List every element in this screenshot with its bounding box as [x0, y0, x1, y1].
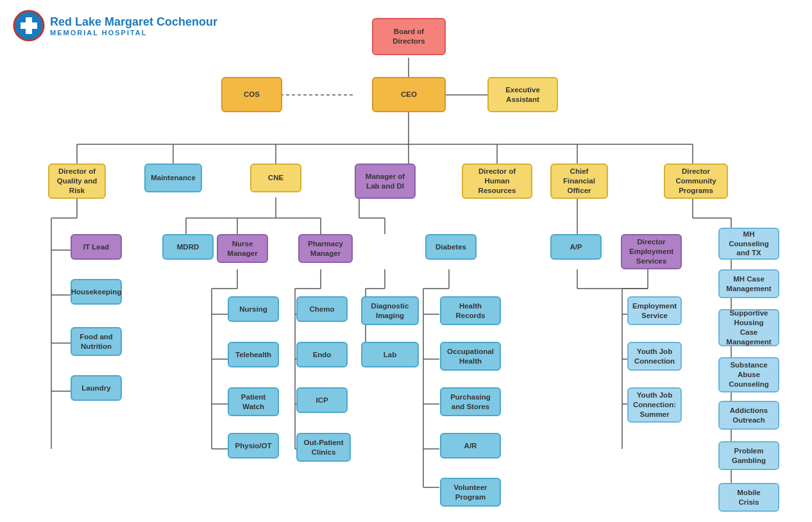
- ceo-box: CEO: [372, 77, 446, 112]
- ar-label: A/R: [464, 441, 477, 451]
- diagnostic-imaging-label: DiagnosticImaging: [371, 301, 409, 321]
- pharmacy-manager-box: PharmacyManager: [298, 234, 353, 263]
- food-nutrition-box: Food andNutrition: [71, 327, 122, 356]
- board-of-directors-box: Board ofDirectors: [372, 18, 446, 55]
- mdrd-label: MDRD: [177, 242, 199, 252]
- addictions-box: AddictionsOutreach: [718, 401, 779, 430]
- lab-box: Lab: [361, 342, 419, 367]
- cos-box: COS: [221, 77, 282, 112]
- substance-abuse-label: SubstanceAbuseCounseling: [729, 360, 769, 389]
- cne-box: CNE: [250, 164, 301, 192]
- icp-label: ICP: [316, 396, 328, 405]
- diagnostic-imaging-box: DiagnosticImaging: [361, 296, 419, 325]
- dir-community-label: DirectorCommunityPrograms: [675, 167, 716, 196]
- cfo-box: ChiefFinancialOfficer: [550, 164, 608, 199]
- employment-service-label: EmploymentService: [632, 301, 677, 321]
- board-label: Board ofDirectors: [393, 27, 425, 46]
- employment-service-box: EmploymentService: [627, 296, 682, 325]
- dir-employment-box: DirectorEmploymentServices: [621, 234, 682, 269]
- dir-employment-label: DirectorEmploymentServices: [629, 237, 673, 266]
- cos-label: COS: [244, 90, 260, 99]
- nursing-box: Nursing: [228, 296, 279, 322]
- youth-job-summer-box: Youth JobConnection:Summer: [627, 387, 682, 423]
- exec-assistant-box: ExecutiveAssistant: [487, 77, 558, 112]
- dir-quality-box: Director ofQuality andRisk: [48, 164, 106, 199]
- mh-counseling-label: MHCounselingand TX: [729, 230, 769, 258]
- mh-case-label: MH CaseManagement: [726, 274, 771, 294]
- housekeeping-label: Housekeeping: [71, 287, 122, 297]
- ap-label: A/P: [570, 242, 582, 252]
- page: Red Lake Margaret Cochenour MEMORIAL HOS…: [0, 0, 812, 522]
- youth-job-summer-label: Youth JobConnection:Summer: [633, 391, 676, 419]
- diabetes-box: Diabetes: [425, 234, 477, 260]
- mh-counseling-box: MHCounselingand TX: [718, 228, 779, 260]
- logo-subtitle: MEMORIAL HOSPITAL: [50, 29, 217, 37]
- logo-name: Red Lake Margaret Cochenour: [50, 15, 217, 29]
- addictions-label: AddictionsOutreach: [730, 406, 768, 425]
- chemo-box: Chemo: [296, 296, 348, 322]
- food-nutrition-label: Food andNutrition: [80, 332, 113, 351]
- nurse-manager-box: NurseManager: [217, 234, 268, 263]
- manager-lab-box: Manager ofLab and DI: [355, 164, 416, 199]
- outpatient-box: Out-PatientClinics: [296, 433, 351, 462]
- occupational-health-box: OccupationalHealth: [440, 342, 501, 371]
- occupational-health-label: OccupationalHealth: [447, 347, 494, 366]
- substance-abuse-box: SubstanceAbuseCounseling: [718, 357, 779, 392]
- nurse-manager-label: NurseManager: [227, 239, 257, 258]
- maintenance-label: Maintenance: [151, 173, 196, 183]
- laundry-label: Laundry: [81, 383, 110, 393]
- cne-label: CNE: [268, 173, 283, 183]
- ap-box: A/P: [550, 234, 602, 260]
- youth-job-box: Youth JobConnection: [627, 342, 682, 371]
- physio-ot-label: Physio/OT: [235, 441, 272, 451]
- dir-quality-label: Director ofQuality andRisk: [57, 167, 97, 196]
- volunteer-label: VolunteerProgram: [453, 483, 487, 502]
- patient-watch-box: PatientWatch: [228, 387, 279, 416]
- patient-watch-label: PatientWatch: [241, 392, 266, 412]
- cfo-label: ChiefFinancialOfficer: [563, 167, 595, 196]
- logo-area: Red Lake Margaret Cochenour MEMORIAL HOS…: [13, 10, 217, 42]
- telehealth-box: Telehealth: [228, 342, 279, 367]
- manager-lab-label: Manager ofLab and DI: [366, 172, 405, 191]
- lab-label: Lab: [384, 350, 396, 360]
- problem-gambling-label: ProblemGambling: [732, 446, 766, 466]
- youth-job-label: Youth JobConnection: [634, 347, 675, 366]
- chemo-label: Chemo: [310, 305, 335, 314]
- mh-case-box: MH CaseManagement: [718, 269, 779, 298]
- ceo-label: CEO: [401, 90, 417, 99]
- ar-box: A/R: [440, 433, 501, 459]
- diabetes-label: Diabetes: [436, 242, 466, 252]
- telehealth-label: Telehealth: [235, 350, 271, 360]
- dir-hr-label: Director ofHumanResources: [478, 167, 516, 196]
- physio-ot-box: Physio/OT: [228, 433, 279, 459]
- outpatient-label: Out-PatientClinics: [304, 438, 344, 457]
- supportive-housing-label: SupportiveHousingCaseManagement: [726, 308, 771, 347]
- mdrd-box: MDRD: [162, 234, 214, 260]
- it-lead-box: IT Lead: [71, 234, 122, 260]
- health-records-label: HealthRecords: [455, 301, 485, 321]
- dir-community-box: DirectorCommunityPrograms: [664, 164, 728, 199]
- laundry-box: Laundry: [71, 375, 122, 401]
- supportive-housing-box: SupportiveHousingCaseManagement: [718, 309, 779, 346]
- endo-box: Endo: [296, 342, 348, 367]
- icp-box: ICP: [296, 387, 348, 413]
- pharmacy-manager-label: PharmacyManager: [308, 239, 343, 258]
- nursing-label: Nursing: [239, 305, 267, 314]
- hospital-logo-icon: [13, 10, 45, 42]
- endo-label: Endo: [313, 350, 332, 360]
- maintenance-box: Maintenance: [144, 164, 202, 192]
- volunteer-box: VolunteerProgram: [440, 478, 501, 507]
- mobile-crisis-box: MobileCrisis: [718, 483, 779, 512]
- mobile-crisis-label: MobileCrisis: [737, 488, 760, 507]
- problem-gambling-box: ProblemGambling: [718, 441, 779, 470]
- exec-assistant-label: ExecutiveAssistant: [505, 85, 540, 105]
- dir-hr-box: Director ofHumanResources: [462, 164, 532, 199]
- housekeeping-box: Housekeeping: [71, 279, 122, 305]
- purchasing-label: Purchasingand Stores: [450, 392, 491, 412]
- logo-text: Red Lake Margaret Cochenour MEMORIAL HOS…: [50, 15, 217, 37]
- svg-rect-2: [21, 22, 37, 29]
- health-records-box: HealthRecords: [440, 296, 501, 325]
- it-lead-label: IT Lead: [83, 242, 109, 252]
- purchasing-box: Purchasingand Stores: [440, 387, 501, 416]
